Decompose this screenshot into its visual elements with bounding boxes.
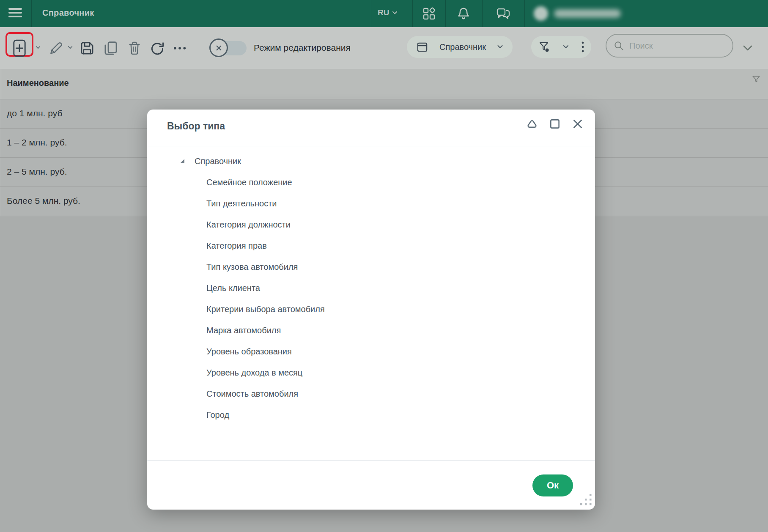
tree-item-label: Уровень образования [206,347,292,356]
tree-item[interactable]: Марка автомобиля [147,320,595,341]
tree-item[interactable]: Критерии выбора автомобиля [147,299,595,320]
tree-item-label: Марка автомобиля [206,326,281,335]
tree-item-label: Критерии выбора автомобиля [206,304,325,314]
tree-item-label: Категория прав [206,241,267,251]
type-tree: Справочник Семейное положение Тип деятел… [147,151,595,425]
tree-item-label: Семейное положение [206,178,292,187]
tree-item[interactable]: Семейное положение [147,172,595,193]
tree-item[interactable]: Уровень образования [147,341,595,362]
tree-item[interactable]: Цель клиента [147,277,595,299]
type-select-dialog: Выбор типа Справочник Семейное положение… [147,110,595,510]
dialog-maximize-button[interactable] [549,118,561,130]
tree-item-label: Цель клиента [206,283,260,293]
ok-button[interactable]: Ок [532,474,573,496]
tree-item[interactable]: Категория должности [147,214,595,235]
dialog-title: Выбор типа [167,121,225,132]
tree-item[interactable]: Город [147,404,595,425]
tree-expander-icon[interactable] [180,159,185,164]
dialog-footer-divider [147,460,595,461]
tree-item-label: Категория должности [206,220,291,230]
tree-item[interactable]: Тип деятельности [147,193,595,214]
resize-grip-icon[interactable] [580,494,592,506]
tree-item-label: Город [206,410,229,420]
dialog-header-divider [147,146,595,146]
tree-item-label: Тип кузова автомобиля [206,262,298,272]
dialog-close-button[interactable] [571,118,584,130]
tree-item-label: Стоимость автомобиля [206,389,298,399]
tree-item[interactable]: Стоимость автомобиля [147,383,595,404]
tree-root-label: Справочник [195,156,241,166]
tree-root[interactable]: Справочник [147,151,595,172]
tree-item-label: Тип деятельности [206,199,277,208]
tree-item[interactable]: Уровень дохода в месяц [147,362,595,383]
dialog-minimize-button[interactable] [526,118,538,130]
tree-item-label: Уровень дохода в месяц [206,368,302,378]
tree-item[interactable]: Тип кузова автомобиля [147,256,595,277]
tree-item[interactable]: Категория прав [147,235,595,256]
